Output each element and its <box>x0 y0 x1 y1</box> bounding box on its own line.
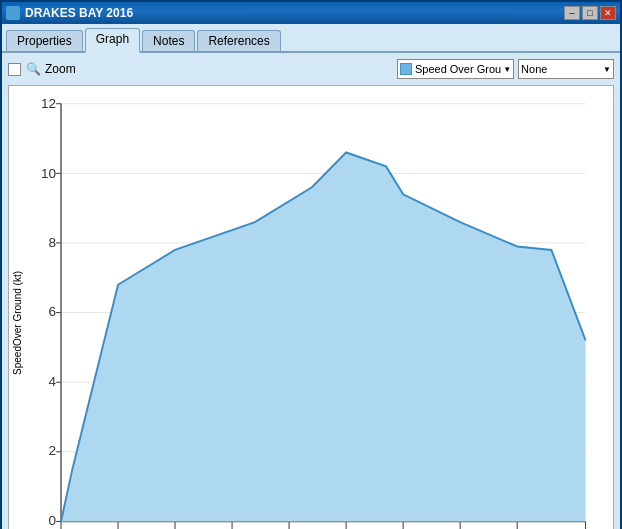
svg-text:4: 4 <box>49 374 57 389</box>
title-controls: – □ ✕ <box>564 6 616 20</box>
overlay-dropdown-arrow: ▼ <box>603 65 611 74</box>
chart-svg: 0 2 4 6 8 10 12 0.0 0.5 1.0 1 <box>27 94 605 529</box>
chart-area <box>61 152 586 521</box>
maximize-button[interactable]: □ <box>582 6 598 20</box>
app-icon <box>6 6 20 20</box>
zoom-icon: 🔍 <box>25 61 41 77</box>
svg-text:10: 10 <box>41 166 57 181</box>
main-window: DRAKES BAY 2016 – □ ✕ Properties Graph N… <box>0 0 622 529</box>
zoom-label: Zoom <box>45 62 76 76</box>
tab-graph[interactable]: Graph <box>85 28 140 53</box>
close-button[interactable]: ✕ <box>600 6 616 20</box>
minimize-button[interactable]: – <box>564 6 580 20</box>
graph-container: SpeedOver Ground (kt) <box>8 85 614 529</box>
tab-references[interactable]: References <box>197 30 280 51</box>
toolbar: 🔍 Zoom Speed Over Grou ▼ None ▼ <box>8 57 614 81</box>
svg-text:6: 6 <box>49 304 57 319</box>
window-title: DRAKES BAY 2016 <box>25 6 133 20</box>
overlay-dropdown-label: None <box>521 63 601 75</box>
zoom-checkbox[interactable] <box>8 63 21 76</box>
title-bar: DRAKES BAY 2016 – □ ✕ <box>2 2 620 24</box>
svg-text:0: 0 <box>49 513 57 528</box>
overlay-dropdown[interactable]: None ▼ <box>518 59 614 79</box>
content-area: 🔍 Zoom Speed Over Grou ▼ None ▼ <box>2 53 620 529</box>
series-dropdown-label: Speed Over Grou <box>415 63 501 75</box>
series-color-swatch <box>400 63 412 75</box>
svg-text:12: 12 <box>41 96 56 111</box>
tabs-bar: Properties Graph Notes References <box>2 24 620 53</box>
svg-text:2: 2 <box>49 443 57 458</box>
svg-text:8: 8 <box>49 235 57 250</box>
y-axis-label: SpeedOver Ground (kt) <box>13 271 23 375</box>
series-dropdown-arrow: ▼ <box>503 65 511 74</box>
toolbar-left: 🔍 Zoom <box>8 61 76 77</box>
tab-properties[interactable]: Properties <box>6 30 83 51</box>
tab-notes[interactable]: Notes <box>142 30 195 51</box>
series-dropdown[interactable]: Speed Over Grou ▼ <box>397 59 514 79</box>
title-bar-left: DRAKES BAY 2016 <box>6 6 133 20</box>
toolbar-right: Speed Over Grou ▼ None ▼ <box>397 59 614 79</box>
